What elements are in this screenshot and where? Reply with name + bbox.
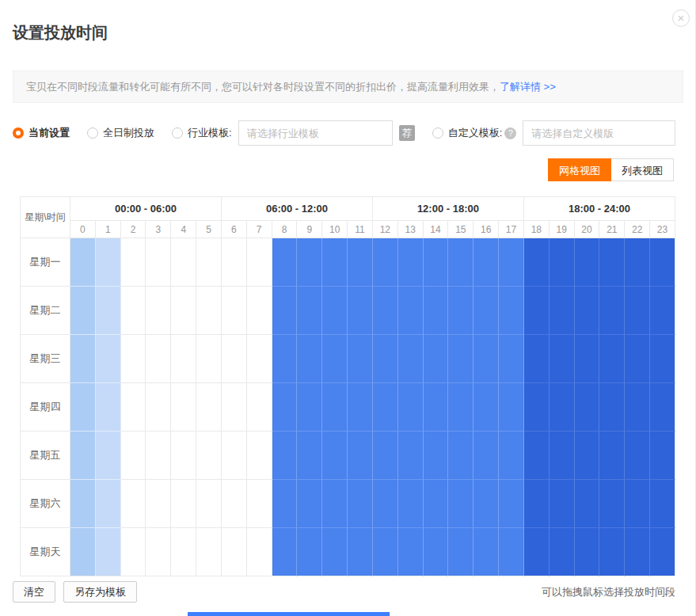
schedule-cell[interactable] (448, 335, 474, 383)
schedule-cell[interactable] (650, 287, 675, 335)
schedule-cell[interactable] (524, 238, 550, 287)
schedule-cell[interactable] (650, 383, 675, 432)
schedule-cell[interactable] (96, 238, 121, 287)
schedule-cell[interactable] (297, 287, 322, 335)
schedule-cell[interactable] (448, 480, 474, 528)
clear-button[interactable]: 清空 (13, 581, 55, 603)
schedule-cell[interactable] (575, 238, 600, 287)
schedule-cell[interactable] (499, 432, 524, 480)
schedule-cell[interactable] (625, 238, 650, 287)
schedule-cell[interactable] (348, 432, 373, 480)
schedule-cell[interactable] (146, 238, 171, 287)
schedule-cell[interactable] (297, 528, 322, 576)
schedule-cell[interactable] (196, 528, 222, 576)
schedule-cell[interactable] (70, 335, 96, 383)
notice-link[interactable]: 了解详情 >> (500, 81, 556, 93)
schedule-cell[interactable] (297, 238, 322, 287)
schedule-cell[interactable] (121, 287, 146, 335)
schedule-cell[interactable] (121, 238, 146, 287)
schedule-cell[interactable] (398, 432, 424, 480)
schedule-cell[interactable] (146, 335, 171, 383)
schedule-cell[interactable] (297, 480, 322, 528)
schedule-cell[interactable] (373, 528, 398, 576)
schedule-cell[interactable] (550, 432, 575, 480)
schedule-cell[interactable] (171, 432, 196, 480)
schedule-cell[interactable] (297, 383, 322, 432)
schedule-cell[interactable] (524, 287, 550, 335)
schedule-cell[interactable] (348, 383, 373, 432)
schedule-cell[interactable] (96, 383, 121, 432)
schedule-cell[interactable] (373, 480, 398, 528)
schedule-cell[interactable] (222, 432, 247, 480)
schedule-cell[interactable] (398, 383, 424, 432)
schedule-cell[interactable] (625, 432, 650, 480)
schedule-cell[interactable] (348, 335, 373, 383)
schedule-cell[interactable] (499, 383, 524, 432)
schedule-cell[interactable] (297, 335, 322, 383)
schedule-cell[interactable] (146, 528, 171, 576)
schedule-cell[interactable] (625, 287, 650, 335)
save-as-template-button[interactable]: 另存为模板 (63, 581, 137, 603)
schedule-cell[interactable] (474, 287, 499, 335)
schedule-cell[interactable] (474, 432, 499, 480)
schedule-cell[interactable] (599, 480, 625, 528)
schedule-cell[interactable] (171, 287, 196, 335)
schedule-cell[interactable] (424, 480, 449, 528)
schedule-cell[interactable] (222, 238, 247, 287)
schedule-cell[interactable] (70, 287, 96, 335)
schedule-cell[interactable] (222, 335, 247, 383)
schedule-cell[interactable] (550, 238, 575, 287)
schedule-cell[interactable] (650, 238, 675, 287)
schedule-cell[interactable] (146, 287, 171, 335)
schedule-cell[interactable] (398, 287, 424, 335)
schedule-cell[interactable] (96, 480, 121, 528)
schedule-cell[interactable] (196, 238, 222, 287)
schedule-cell[interactable] (96, 528, 121, 576)
schedule-cell[interactable] (524, 383, 550, 432)
schedule-cell[interactable] (121, 528, 146, 576)
schedule-cell[interactable] (70, 480, 96, 528)
schedule-cell[interactable] (272, 238, 298, 287)
schedule-cell[interactable] (599, 287, 625, 335)
radio-selected-icon[interactable] (13, 127, 24, 139)
schedule-cell[interactable] (474, 528, 499, 576)
schedule-cell[interactable] (121, 432, 146, 480)
schedule-cell[interactable] (222, 528, 247, 576)
schedule-cell[interactable] (322, 383, 348, 432)
schedule-cell[interactable] (550, 480, 575, 528)
schedule-cell[interactable] (599, 528, 625, 576)
schedule-cell[interactable] (121, 335, 146, 383)
schedule-cell[interactable] (96, 287, 121, 335)
schedule-cell[interactable] (272, 528, 298, 576)
schedule-cell[interactable] (575, 287, 600, 335)
schedule-cell[interactable] (650, 432, 675, 480)
schedule-cell[interactable] (575, 383, 600, 432)
schedule-cell[interactable] (247, 287, 272, 335)
schedule-cell[interactable] (373, 383, 398, 432)
close-icon[interactable]: × (672, 10, 690, 27)
schedule-cell[interactable] (146, 480, 171, 528)
schedule-cell[interactable] (297, 432, 322, 480)
schedule-cell[interactable] (424, 335, 449, 383)
schedule-cell[interactable] (550, 528, 575, 576)
bottom-button-edge[interactable] (188, 612, 390, 616)
schedule-cell[interactable] (247, 528, 272, 576)
schedule-cell[interactable] (247, 383, 272, 432)
schedule-cell[interactable] (121, 480, 146, 528)
schedule-cell[interactable] (448, 238, 474, 287)
schedule-cell[interactable] (499, 335, 524, 383)
radio-option-custom[interactable]: 自定义模板: ? (432, 126, 517, 140)
schedule-cell[interactable] (272, 480, 298, 528)
schedule-cell[interactable] (247, 432, 272, 480)
schedule-cell[interactable] (398, 480, 424, 528)
schedule-cell[interactable] (171, 238, 196, 287)
schedule-cell[interactable] (196, 432, 222, 480)
schedule-cell[interactable] (448, 383, 474, 432)
schedule-cell[interactable] (121, 383, 146, 432)
schedule-cell[interactable] (373, 287, 398, 335)
schedule-cell[interactable] (474, 335, 499, 383)
list-view-button[interactable]: 列表视图 (611, 158, 674, 181)
schedule-cell[interactable] (146, 383, 171, 432)
schedule-cell[interactable] (322, 238, 348, 287)
schedule-cell[interactable] (348, 287, 373, 335)
